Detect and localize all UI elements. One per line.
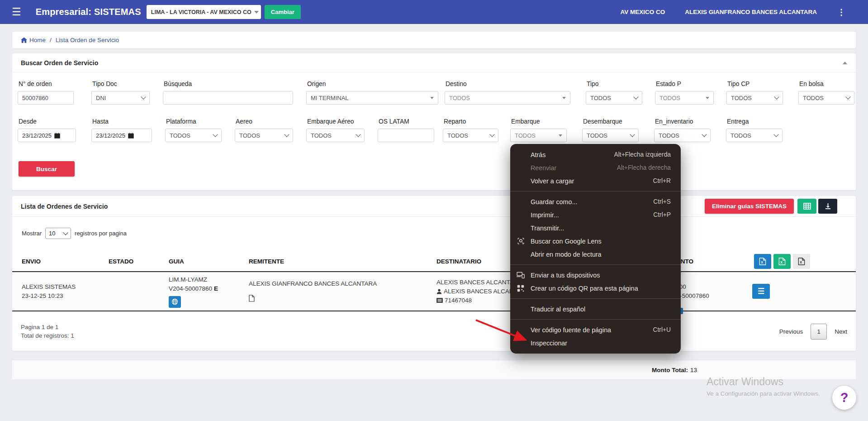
col-estado[interactable]: ESTADO <box>109 258 169 265</box>
filter-label-embarque-aereo: Embarque Aéreo <box>307 118 365 125</box>
filter-label-en-inventario: En_inventario <box>655 118 711 125</box>
menu-item-traducir-al-espanol[interactable]: Traducir al español <box>510 302 681 316</box>
list-footer: Pagina 1 de 1 Total de registros: 1 Prev… <box>12 311 856 351</box>
kebab-menu-icon[interactable]: ⋮ <box>837 8 845 16</box>
menu-item-enviar-a-tus-dispositivos[interactable]: Enviar a tus dispositivos <box>510 268 681 282</box>
delete-guides-button[interactable]: Eliminar guias SISTEMAS <box>705 199 794 214</box>
menu-item-crear-un-codigo-qr-para-esta-pagina[interactable]: Crear un código QR para esta página <box>510 282 681 295</box>
col-guia[interactable]: GUIA <box>169 258 249 265</box>
previous-page-button[interactable]: Previous <box>779 328 803 335</box>
qr-code-icon <box>517 285 524 292</box>
monto-total-value: 13 <box>690 367 697 373</box>
send-to-devices-icon <box>517 272 525 278</box>
export-excel-green-button[interactable]: x <box>773 254 791 269</box>
export-excel-blue-button[interactable]: x <box>754 254 771 269</box>
top-navbar: ☰ Empresarial: SISTEMAS LIMA - LA VICTOR… <box>0 0 868 24</box>
breadcrumb-home-link[interactable]: Home <box>21 37 46 43</box>
filter-field-plataforma: PlataformaTODOS <box>165 118 222 142</box>
filter-tipo-select[interactable]: TODOS <box>586 91 642 105</box>
calendar-icon <box>54 133 60 139</box>
orders-list-title: Lista de Ordenes de Servicio <box>21 203 108 210</box>
filter-n-de-orden-input[interactable] <box>18 91 74 105</box>
menu-item-abrir-en-modo-de-lectura[interactable]: Abrir en modo de lectura <box>510 248 681 261</box>
pagination: Previous 1 Next <box>779 324 847 340</box>
filter-field-en-bolsa: En bolsaTODOS <box>798 81 854 105</box>
filter-field-hasta: Hasta23/12/2025 <box>91 118 152 142</box>
filter-plataforma-select[interactable]: TODOS <box>165 129 222 142</box>
filter-desembarque-select[interactable]: TODOS <box>582 129 639 142</box>
menu-item-ver-codigo-fuente-de-pagina[interactable]: Ver código fuente de páginaCtrl+U <box>510 323 681 336</box>
menu-item-guardar-como[interactable]: Guardar como...Ctrl+S <box>510 195 681 208</box>
filter-label-desembarque: Desembarque <box>583 118 639 125</box>
help-button[interactable]: ? <box>832 386 856 410</box>
filter-origen-select[interactable]: MI TERMINAL <box>306 91 438 105</box>
filter-aereo-select[interactable]: TODOS <box>235 129 293 142</box>
col-remitente[interactable]: REMITENTE <box>249 258 436 265</box>
filter-hasta-select[interactable]: 23/12/2025 <box>91 129 152 142</box>
filter-field-aereo: AereoTODOS <box>235 118 293 142</box>
filter-en-bolsa-select[interactable]: TODOS <box>798 91 854 105</box>
next-page-button[interactable]: Next <box>835 328 847 335</box>
filter-reparto-select[interactable]: TODOS <box>443 129 498 142</box>
filter-tipo-doc-select[interactable]: DNI <box>91 91 150 105</box>
filter-n-de-orden-input[interactable] <box>22 95 69 101</box>
dropdown-triangle-icon <box>559 134 562 137</box>
orders-list-header: Lista de Ordenes de Servicio Eliminar gu… <box>12 196 856 217</box>
menu-item-volver-a-cargar[interactable]: Volver a cargarCtrl+R <box>510 174 681 187</box>
grid-view-button[interactable] <box>797 199 816 214</box>
filter-tipo-cp-select[interactable]: TODOS <box>726 91 783 105</box>
filter-field-destino: DestinoTODOS <box>445 81 570 105</box>
filter-estado-p-select[interactable]: TODOS <box>655 91 714 105</box>
filter-embarque-aereo-select[interactable]: TODOS <box>306 129 365 142</box>
search-button[interactable]: Buscar <box>19 161 75 177</box>
table-header-row: ENVIO ESTADO GUIA REMITENTE DESTINATARIO… <box>12 251 856 272</box>
filter-busqueda-input[interactable] <box>167 95 289 101</box>
page-number-button[interactable]: 1 <box>811 324 827 340</box>
menu-item-imprimir[interactable]: Imprimir...Ctrl+P <box>510 208 681 221</box>
col-monto[interactable]: MONTO <box>671 258 749 265</box>
row-menu-button[interactable]: ☰ <box>752 284 770 299</box>
filter-entrega-select[interactable]: TODOS <box>726 129 783 142</box>
page-size-select[interactable]: 10 <box>45 228 71 239</box>
col-envio[interactable]: ENVIO <box>22 258 109 265</box>
navbar-user[interactable]: ALEXIS GIANFRANCO BANCES ALCANTARA <box>685 9 817 15</box>
menu-icon[interactable]: ☰ <box>12 7 21 17</box>
filter-embarque-select[interactable]: TODOS <box>510 129 567 142</box>
filter-en-inventario-select[interactable]: TODOS <box>654 129 711 142</box>
document-icon[interactable] <box>249 295 255 302</box>
filter-destino-select[interactable]: TODOS <box>445 91 570 105</box>
table-row[interactable]: ALEXIS SISTEMAS 23-12-25 10:23 LIM.M-LYA… <box>12 272 856 311</box>
cell-actions: ☰ <box>749 284 856 299</box>
download-icon <box>825 203 831 210</box>
menu-item-atras[interactable]: AtrásAlt+Flecha izquierda <box>510 148 681 161</box>
navbar-location[interactable]: AV MEXICO CO <box>620 9 665 15</box>
cell-envio: ALEXIS SISTEMAS 23-12-25 10:23 <box>22 282 109 301</box>
menu-item-buscar-con-google-lens[interactable]: Buscar con Google Lens <box>510 234 681 248</box>
filter-busqueda-input[interactable] <box>163 91 293 105</box>
tracking-button[interactable] <box>169 296 181 308</box>
svg-text:x: x <box>761 260 763 264</box>
change-branch-button[interactable]: Cambiar <box>265 5 301 19</box>
cell-guia: LIM.M-LYAMZ V204-50007860E <box>169 275 249 308</box>
filter-field-desde: Desde23/12/2025 <box>18 118 76 142</box>
orders-list-panel: Lista de Ordenes de Servicio Eliminar gu… <box>12 196 856 351</box>
download-button[interactable] <box>818 199 837 214</box>
branch-select[interactable]: LIMA - LA VICTORIA - AV MEXICO CO <box>147 5 261 19</box>
home-icon <box>21 37 27 43</box>
breadcrumb-current-link[interactable]: Lista Orden de Servicio <box>56 37 119 43</box>
filter-field-tipo-doc: Tipo DocDNI <box>91 81 150 105</box>
filter-desde-select[interactable]: 23/12/2025 <box>18 129 76 142</box>
menu-shortcut: Ctrl+S <box>644 198 671 205</box>
collapse-caret-icon[interactable] <box>843 62 847 64</box>
show-label: Mostrar <box>22 230 42 237</box>
filter-os-latam-input[interactable] <box>378 129 434 142</box>
windows-watermark: Activar Windows Ve a Configuración para … <box>707 376 820 397</box>
filter-field-origen: OrigenMI TERMINAL <box>306 81 438 105</box>
filter-label-embarque: Embarque <box>511 118 567 125</box>
export-excel-plain-button[interactable]: x <box>793 254 810 269</box>
menu-item-transmitir[interactable]: Transmitir... <box>510 221 681 234</box>
filter-os-latam-input[interactable] <box>382 132 430 139</box>
menu-item-inspeccionar[interactable]: Inspeccionar <box>510 336 681 349</box>
search-panel-body: N° de ordenTipo DocDNIBúsquedaOrigenMI T… <box>12 72 856 177</box>
chevron-down-icon <box>774 94 779 99</box>
